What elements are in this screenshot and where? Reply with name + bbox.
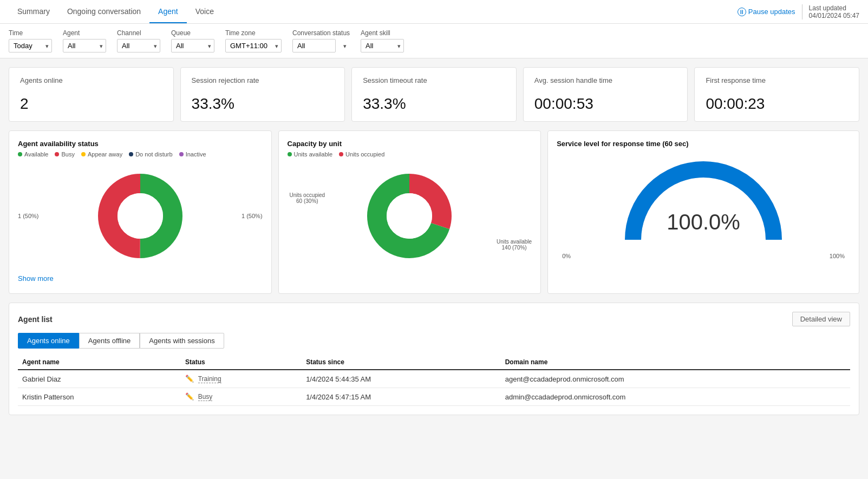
filter-time: Time Today [9,29,52,53]
col-status: Status [181,355,302,370]
metric-session-rejection-title: Session rejection rate [192,76,334,84]
legend-units-available: Units available [288,151,333,158]
service-level-gauge: 100.0% [557,153,850,251]
filter-channel: Channel All [117,29,160,53]
filters-bar: Time Today Agent All Channel All Queue A… [0,24,868,58]
filter-queue-select[interactable]: All [171,39,214,53]
tab-summary[interactable]: Summary [9,1,58,23]
tab-agents-offline[interactable]: Agents offline [79,333,140,349]
agent-domain-cell: admin@ccadadeprod.onmicrosoft.com [501,388,850,406]
gauge-labels: 0% 100% [557,253,850,259]
gauge-max-label: 100% [830,253,845,259]
tab-ongoing-conversation[interactable]: Ongoing conversation [58,1,149,23]
agent-status-since-cell: 1/4/2024 5:44:35 AM [302,370,501,388]
nav-tabs: Summary Ongoing conversation Agent Voice [9,1,738,23]
legend-busy: Busy [55,151,74,158]
filter-timezone-select[interactable]: GMT+11:00 [225,39,282,53]
legend-units-occupied: Units occupied [339,151,384,158]
service-level-value: 100.0% [667,210,740,234]
metric-agents-online-title: Agents online [20,76,162,84]
edit-icon[interactable]: ✏️ [185,375,194,383]
agent-availability-legend: Available Busy Appear away Do not distur… [18,151,263,158]
metric-session-timeout-value: 33.3% [363,95,505,113]
metric-avg-handle-title: Avg. session handle time [534,76,677,84]
agent-list-tabs: Agents online Agents offline Agents with… [18,333,850,349]
metric-session-rejection-rate: Session rejection rate 33.3% [180,67,345,122]
last-updated: Last updated 04/01/2024 05:47 [802,4,859,19]
col-domain-name: Domain name [501,355,850,370]
legend-dnd-dot [129,152,133,156]
metric-agents-online: Agents online 2 [9,67,174,122]
filter-agent-skill-select[interactable]: All [361,39,404,53]
show-more-link[interactable]: Show more [18,272,54,285]
metrics-row: Agents online 2 Session rejection rate 3… [0,58,868,130]
metric-avg-handle-value: 00:00:53 [534,95,677,113]
tab-agents-with-sessions[interactable]: Agents with sessions [140,333,224,349]
capacity-label-occupied: Units occupied 60 (30%) [290,192,325,204]
agent-list-section: Agent list Detailed view Agents online A… [0,303,868,424]
pause-icon: ⏸ [738,8,746,16]
agent-status-cell: ✏️ Training [181,370,302,388]
legend-available-dot [18,152,22,156]
capacity-donut-chart: Units occupied 60 (30%) Units available … [288,162,532,270]
legend-do-not-disturb: Do not disturb [129,151,172,158]
legend-appear-away-dot [81,152,86,156]
filter-time-label: Time [9,29,52,37]
svg-point-2 [118,193,163,239]
metric-session-timeout-rate: Session timeout rate 33.3% [351,67,517,122]
charts-row: Agent availability status Available Busy… [0,130,868,303]
filter-agent-select[interactable]: All [63,39,106,53]
filter-channel-label: Channel [117,29,160,37]
agent-status-since-cell: 1/4/2024 5:47:15 AM [302,388,501,406]
capacity-card: Capacity by unit Units available Units o… [278,130,541,294]
legend-appear-away: Appear away [81,151,122,158]
filter-conversation-status-select[interactable]: All [292,39,336,53]
filter-queue-label: Queue [171,29,214,37]
metric-session-rejection-value: 33.3% [192,95,334,113]
metric-first-response-time: First response time 00:00:23 [694,67,859,122]
capacity-label-available: Units available 140 (70%) [497,239,532,251]
agent-list-title: Agent list [18,315,53,324]
pause-updates-button[interactable]: ⏸ Pause updates [738,8,795,16]
filter-conversation-status: Conversation status All [292,29,350,53]
legend-inactive-dot [179,152,184,156]
filter-agent: Agent All [63,29,106,53]
table-row: Gabriel Diaz ✏️ Training 1/4/2024 5:44:3… [18,370,850,388]
status-badge: Training [198,375,221,383]
service-level-title: Service level for response time (60 sec) [557,140,850,148]
agent-list-header: Agent list Detailed view [18,312,850,326]
agent-domain-cell: agent@ccadadeprod.onmicrosoft.com [501,370,850,388]
detailed-view-button[interactable]: Detailed view [792,312,850,326]
availability-donut-chart: 1 (50%) 1 (50%) [18,162,263,270]
agent-table: Agent name Status Status since Domain na… [18,355,850,406]
agent-name-cell: Gabriel Diaz [18,370,181,388]
donut-label-left: 1 (50%) [18,213,39,219]
filter-timezone: Time zone GMT+11:00 [225,29,282,53]
legend-inactive: Inactive [179,151,206,158]
table-row: Kristin Patterson ✏️ Busy 1/4/2024 5:47:… [18,388,850,406]
legend-busy-dot [55,152,59,156]
tab-voice[interactable]: Voice [187,1,223,23]
svg-point-5 [387,193,432,239]
tab-agents-online[interactable]: Agents online [18,333,79,349]
agent-availability-title: Agent availability status [18,140,263,148]
top-navigation: Summary Ongoing conversation Agent Voice… [0,0,868,24]
edit-icon[interactable]: ✏️ [185,392,194,401]
legend-units-occupied-dot [339,152,343,156]
filter-timezone-label: Time zone [225,29,282,37]
col-status-since: Status since [302,355,501,370]
filter-agent-label: Agent [63,29,106,37]
filter-agent-skill-label: Agent skill [361,29,404,37]
capacity-legend: Units available Units occupied [288,151,532,158]
filter-time-select[interactable]: Today [9,39,52,53]
tab-agent[interactable]: Agent [149,1,187,23]
status-badge: Busy [198,393,213,401]
nav-right: ⏸ Pause updates Last updated 04/01/2024 … [738,4,859,19]
filter-agent-skill: Agent skill All [361,29,404,53]
agent-list-card: Agent list Detailed view Agents online A… [9,303,859,415]
filter-channel-select[interactable]: All [117,39,160,53]
legend-units-available-dot [288,152,292,156]
capacity-title: Capacity by unit [288,140,532,148]
metric-session-timeout-title: Session timeout rate [363,76,505,84]
agent-name-cell: Kristin Patterson [18,388,181,406]
